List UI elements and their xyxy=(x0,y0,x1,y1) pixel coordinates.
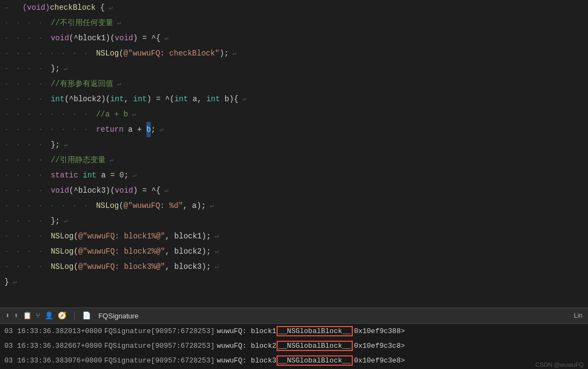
code-token: ; xyxy=(124,168,128,183)
code-line: · · · · //引用静态变量 ↵ xyxy=(0,152,588,168)
code-token: ↵ xyxy=(60,61,68,76)
code-line: · · · · }; ↵ xyxy=(0,213,588,229)
code-line: · · · · int(^block2)(int, int) = ^(int a… xyxy=(0,91,588,107)
code-token: //不引用任何变量 xyxy=(51,15,113,30)
code-token: ( xyxy=(74,259,78,274)
indent-dots: · · · · xyxy=(4,229,50,244)
code-token: b xyxy=(146,122,151,137)
file-icon[interactable]: 📋 xyxy=(23,311,32,320)
code-token: { xyxy=(96,0,105,15)
indent-dots: · · · · · · · · xyxy=(4,46,95,61)
watermark: CSDN @wuwuFQ xyxy=(535,361,584,368)
editor-area: – (void)checkBlock { ↵· · · · //不引用任何变量 … xyxy=(0,0,588,308)
console-timestamp: 03 16:33:36.382667+0800 xyxy=(4,342,102,350)
code-token: ↵ xyxy=(156,122,163,137)
toolbar-filename: FQSignature xyxy=(99,312,139,320)
code-token: (^block3)( xyxy=(69,183,115,198)
code-token: NSLog xyxy=(96,198,119,213)
download-icon[interactable]: ⬇ xyxy=(5,311,10,320)
indent-dots: · · · · xyxy=(4,259,50,274)
console-line: 03 16:33:36.382667+0800 FQSignature[9095… xyxy=(0,339,588,353)
upload-icon[interactable]: ⬆ xyxy=(14,311,19,320)
console-highlight: __NSGlobalBlock__ xyxy=(277,355,353,366)
code-line: · · · · }; ↵ xyxy=(0,137,588,152)
toolbar-right: Lin xyxy=(574,312,583,319)
code-token: ↵ xyxy=(113,76,121,91)
code-token: (^block2)( xyxy=(64,91,110,107)
code-token: , a); xyxy=(183,198,206,213)
code-token: int xyxy=(206,91,220,107)
nav-icon[interactable]: 🧭 xyxy=(58,311,66,320)
code-token: ↵ xyxy=(161,30,168,46)
code-token: ↵ xyxy=(128,168,136,183)
code-line: · · · · NSLog(@"wuwuFQ: block2%@", block… xyxy=(0,244,588,259)
code-token: @"wuwuFQ: checkBlock" xyxy=(124,46,219,61)
toolbar-icons[interactable]: ⬇ ⬆ 📋 ⑂ 👤 🧭 📄 FQSignature xyxy=(5,311,138,320)
console-line: 03 16:33:36.382013+0800 FQSignature[9095… xyxy=(0,324,588,339)
code-token: ↵ xyxy=(211,229,218,244)
code-token: ↵ xyxy=(105,0,112,15)
branch-icon[interactable]: ⑂ xyxy=(36,312,40,320)
code-token: a = xyxy=(96,168,119,183)
code-token: ); xyxy=(219,46,229,61)
indent-dots: · · · · xyxy=(4,15,50,30)
code-token: ↵ xyxy=(106,152,113,168)
indent-dots: · · · · xyxy=(4,213,50,229)
code-token: NSLog xyxy=(51,244,74,259)
indent-dots: · · · · xyxy=(4,76,50,91)
code-token: ↵ xyxy=(60,213,68,229)
console-address: 0x10ef9c3c8> xyxy=(354,342,405,350)
indent-dots: · · · · · · · · xyxy=(4,107,95,122)
code-token: ↵ xyxy=(161,183,168,198)
code-line: · · · · · · · · NSLog(@"wuwuFQ: %d", a);… xyxy=(0,198,588,213)
code-line: · · · · NSLog(@"wuwuFQ: block1%@", block… xyxy=(0,229,588,244)
indent-dots: · · · · xyxy=(4,137,50,152)
code-token: //引用静态变量 xyxy=(51,152,106,168)
code-line: · · · · · · · · return a + b; ↵ xyxy=(0,122,588,137)
code-line: · · · · }; ↵ xyxy=(0,61,588,76)
code-token: NSLog xyxy=(51,229,74,244)
code-token: void xyxy=(115,30,133,46)
code-token: //有形参有返回值 xyxy=(51,76,113,91)
code-token: @"wuwuFQ: %d" xyxy=(124,198,183,213)
indent-dots: · · · · xyxy=(4,30,50,46)
indent-dots: · · · · xyxy=(4,244,50,259)
code-line: · · · · static int a = 0; ↵ xyxy=(0,168,588,183)
indent-dots: · · · · · · · · xyxy=(4,198,95,213)
code-token: }; xyxy=(51,61,60,76)
code-token: @"wuwuFQ: block3%@" xyxy=(78,259,166,274)
code-token: ↵ xyxy=(238,91,246,107)
code-line: } ↵ xyxy=(0,274,588,290)
console-message: wuwuFQ: block1 xyxy=(217,327,276,335)
code-line: · · · · · · · · //a + b ↵ xyxy=(0,107,588,122)
console-address: 0x10ef9c3e8> xyxy=(354,356,405,365)
code-line: · · · · void(^block3)(void) = ^{ ↵ xyxy=(0,183,588,198)
person-icon[interactable]: 👤 xyxy=(45,311,53,320)
code-token: @"wuwuFQ: block1%@" xyxy=(78,229,166,244)
console-address: 0x10ef9c388> xyxy=(354,327,405,335)
code-token: ) = ^( xyxy=(147,91,174,107)
code-token: ( xyxy=(119,198,123,213)
code-token: , block3); xyxy=(165,259,211,274)
indent-dots: · · · · xyxy=(4,168,50,183)
code-token: int xyxy=(51,91,64,107)
code-token: int xyxy=(83,168,96,183)
console-timestamp: 03 16:33:36.382013+0800 xyxy=(4,327,102,335)
code-token: ↵ xyxy=(60,137,68,152)
code-token: void xyxy=(115,183,133,198)
code-token: NSLog xyxy=(51,259,74,274)
code-token: ↵ xyxy=(211,244,218,259)
code-token: 0 xyxy=(119,168,124,183)
code-token: ↵ xyxy=(211,259,218,274)
code-token: void xyxy=(51,183,69,198)
code-token: ) = ^{ xyxy=(133,183,160,198)
code-token xyxy=(78,168,83,183)
indent-dots: · · · · xyxy=(4,183,50,198)
code-token: NSLog xyxy=(96,46,119,61)
toolbar: ⬇ ⬆ 📋 ⑂ 👤 🧭 📄 FQSignature Lin xyxy=(0,308,588,324)
code-token: , block1); xyxy=(165,229,211,244)
code-token: ; xyxy=(151,122,155,137)
code-token: a, xyxy=(188,91,206,107)
console-app: FQSignature[90957:6728253] xyxy=(104,342,215,350)
console-app: FQSignature[90957:6728253] xyxy=(104,356,215,365)
